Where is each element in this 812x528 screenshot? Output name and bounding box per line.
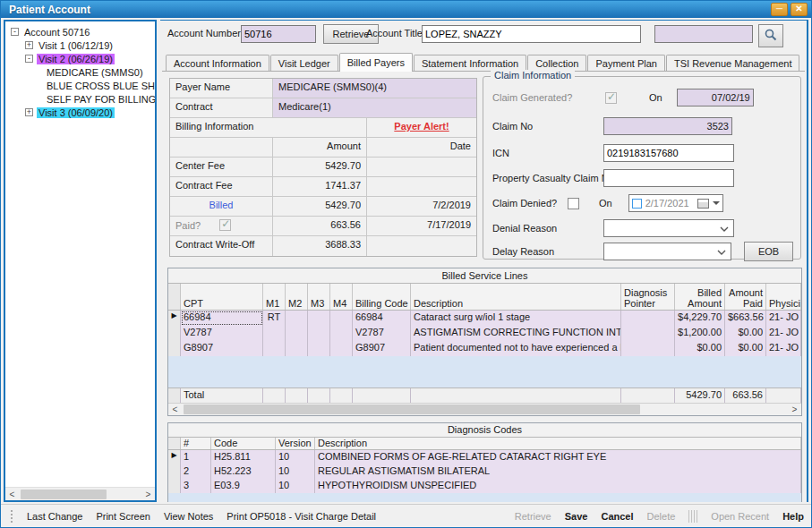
col-version[interactable]: Version <box>276 438 315 449</box>
scroll-thumb[interactable] <box>184 405 640 414</box>
property-casualty-claim-no-label: Property Casualty Claim No <box>492 173 605 183</box>
col-m4[interactable]: M4 <box>330 284 353 310</box>
diagnosis-row[interactable]: ▶ 1 H25.811 10 COMBINED FORMS OF AGE-REL… <box>168 450 801 464</box>
billed-service-lines-group: Billed Service Lines CPT M1 M2 M3 M4 Bil… <box>167 268 802 416</box>
date-enable-checkbox[interactable] <box>632 199 642 209</box>
col-description[interactable]: Description <box>315 438 801 449</box>
payer-info-grid: Payer Name MEDICARE (SMMS0)(4) Contract … <box>169 78 477 257</box>
save-button[interactable]: Save <box>565 511 588 522</box>
billing-information-label: Billing Information <box>170 118 367 137</box>
col-m3[interactable]: M3 <box>308 284 330 310</box>
claim-denied-date: 2/17/2021 <box>645 198 689 209</box>
scroll-right-icon[interactable]: > <box>141 490 155 499</box>
claim-no-label: Claim No <box>492 121 605 132</box>
view-notes-button[interactable]: View Notes <box>164 511 213 522</box>
tree-item-payer-bcbs[interactable]: BLUE CROSS BLUE SH <box>9 79 155 92</box>
tab-account-information[interactable]: Account Information <box>166 55 269 72</box>
billed-date: 7/2/2019 <box>367 197 476 216</box>
scroll-left-icon[interactable]: < <box>5 490 19 499</box>
property-casualty-claim-no-field[interactable] <box>603 169 734 187</box>
claim-denied-date-picker[interactable]: 2/17/2021 <box>628 194 723 212</box>
tree-item-account[interactable]: - Account 50716 <box>9 25 155 38</box>
collapse-icon[interactable]: - <box>25 55 33 63</box>
claim-denied-checkbox[interactable] <box>568 198 579 209</box>
tree-item-visit-1[interactable]: + Visit 1 (06/12/19) <box>9 38 155 52</box>
diagnosis-row[interactable]: 2 H52.223 10 REGULAR ASTIGMATISM BILATER… <box>168 464 801 479</box>
paid-amount: 663.56 <box>273 217 367 235</box>
service-lines-horizontal-scrollbar[interactable]: < > <box>168 403 801 415</box>
chevron-down-icon <box>720 226 729 232</box>
tree-item-payer-selfpay[interactable]: SELF PAY FOR BILLING <box>9 92 155 106</box>
contract-writeoff-date <box>367 236 476 256</box>
col-billed-amount[interactable]: Billed Amount <box>675 284 725 310</box>
account-title-field[interactable] <box>422 25 641 43</box>
minimize-icon[interactable]: ─ <box>771 3 788 16</box>
close-icon[interactable]: ✕ <box>791 3 808 16</box>
scroll-left-icon[interactable]: < <box>168 405 182 414</box>
service-line-row[interactable]: V2787 V2787 ASTIGMATISM CORRECTING FUNCT… <box>168 326 801 341</box>
claim-generated-on-label: On <box>649 92 662 103</box>
col-diagnosis-pointer[interactable]: Diagnosis Pointer <box>621 284 675 310</box>
paid-date: 7/17/2019 <box>367 217 476 235</box>
col-number[interactable]: # <box>181 438 211 449</box>
col-billing-code[interactable]: Billing Code <box>353 284 411 310</box>
col-m2[interactable]: M2 <box>286 284 308 310</box>
main-panel: Account Number Retrieve Account Title Ac… <box>160 20 808 502</box>
tab-divider <box>162 71 805 72</box>
claim-generated-label: Claim Generated? <box>492 92 605 103</box>
claim-information-title: Claim Information <box>491 70 575 81</box>
date-column-header: Date <box>367 138 476 157</box>
col-m1[interactable]: M1 <box>263 284 286 310</box>
expand-icon[interactable]: + <box>25 108 33 116</box>
payer-alert-link[interactable]: Payer Alert! <box>394 121 449 132</box>
eob-button[interactable]: EOB <box>744 242 793 261</box>
claim-generated-checkbox: ✓ <box>605 92 617 104</box>
service-line-row[interactable]: G8907 G8907 Patient documented not to ha… <box>168 341 801 356</box>
claim-generated-date: 07/02/19 <box>677 89 754 106</box>
scroll-right-icon[interactable]: > <box>788 405 801 414</box>
contract-writeoff-label: Contract Write-Off <box>170 236 273 256</box>
claim-information-group: Claim Information Claim Generated? ✓ On … <box>483 76 801 260</box>
paid-checkbox: ✓ <box>219 219 231 231</box>
print-screen-button[interactable]: Print Screen <box>96 511 150 522</box>
tree-item-payer-medicare[interactable]: MEDICARE (SMMS0) <box>9 65 155 79</box>
tree-horizontal-scrollbar[interactable]: < > <box>5 487 155 500</box>
tab-payment-plan[interactable]: Payment Plan <box>587 55 664 72</box>
diagnosis-row[interactable]: 3 E03.9 10 HYPOTHYROIDISM UNSPECIFIED <box>168 479 801 493</box>
tab-tsi-revenue-management[interactable]: TSI Revenue Management <box>666 55 799 72</box>
blank-cell <box>170 138 273 157</box>
col-cpt[interactable]: CPT <box>181 284 263 310</box>
collapse-icon[interactable]: - <box>11 28 19 36</box>
row-selector-icon: ▶ <box>168 311 181 326</box>
calendar-icon <box>697 199 709 209</box>
cancel-button[interactable]: Cancel <box>601 511 633 522</box>
icn-field[interactable] <box>603 144 734 162</box>
scroll-thumb[interactable] <box>21 490 107 499</box>
col-amount-paid[interactable]: Amount Paid <box>725 284 766 310</box>
col-code[interactable]: Code <box>211 438 276 449</box>
service-line-row[interactable]: ▶ 66984 RT 66984 Cataract surg w/iol 1 s… <box>168 311 801 326</box>
chevron-down-icon[interactable] <box>713 201 720 205</box>
col-physician[interactable]: Physician <box>766 284 801 310</box>
last-change-button[interactable]: Last Change <box>27 511 82 522</box>
payer-name-value: MEDICARE (SMMS0)(4) <box>273 79 476 98</box>
tab-visit-ledger[interactable]: Visit Ledger <box>270 55 338 72</box>
print-visit-charge-detail-button[interactable]: Print OP5018 - Visit Charge Detail <box>227 511 376 522</box>
denial-reason-dropdown[interactable] <box>603 219 734 237</box>
tree-item-visit-3[interactable]: + Visit 3 (06/09/20) <box>9 106 155 119</box>
col-description[interactable]: Description <box>411 284 621 310</box>
delay-reason-dropdown[interactable] <box>603 243 731 260</box>
tab-billed-payers[interactable]: Billed Payers <box>339 53 413 72</box>
account-number-field[interactable] <box>241 25 316 43</box>
search-button[interactable] <box>758 24 783 47</box>
tree-item-visit-2-selected[interactable]: - Visit 2 (06/26/19) <box>9 52 155 65</box>
expand-icon[interactable]: + <box>25 41 33 49</box>
contract-fee-label: Contract Fee <box>170 177 273 196</box>
selector-column-header <box>168 284 181 310</box>
help-button[interactable]: Help <box>782 511 804 522</box>
contract-fee-amount: 1741.37 <box>273 177 367 196</box>
service-lines-total-row: Total 5429.70 663.56 <box>168 387 801 403</box>
total-amount-paid: 663.56 <box>725 388 766 403</box>
patient-account-window: Patient Account ─ ✕ - Account 50716 + Vi… <box>0 0 812 528</box>
billed-link[interactable]: Billed <box>209 200 234 210</box>
